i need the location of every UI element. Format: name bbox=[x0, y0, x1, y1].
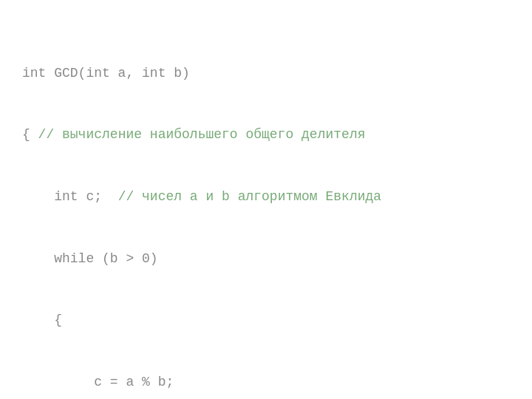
code-segment: int c; bbox=[22, 189, 118, 204]
code-line-5: { bbox=[22, 310, 381, 331]
code-line-6: c = a % b; bbox=[22, 372, 381, 393]
code-line-2: { // вычисление наибольшего общего делит… bbox=[22, 125, 381, 146]
code-segment: { bbox=[22, 127, 38, 142]
code-block: int GCD(int a, int b) { // вычисление на… bbox=[22, 22, 381, 399]
code-segment: while (b > 0) bbox=[22, 251, 158, 266]
code-line-1: int GCD(int a, int b) bbox=[22, 64, 381, 84]
code-line-3: int c; // чисел a и b алгоритмом Евклида bbox=[22, 187, 381, 208]
code-line-4: while (b > 0) bbox=[22, 249, 381, 270]
code-segment: c = a % b; bbox=[22, 375, 174, 389]
code-comment: // чисел a и b алгоритмом Евклида bbox=[118, 189, 381, 204]
code-segment: { bbox=[22, 313, 62, 327]
code-comment: // вычисление наибольшего общего делител… bbox=[38, 127, 366, 142]
code-segment: int GCD(int a, int b) bbox=[22, 66, 190, 81]
